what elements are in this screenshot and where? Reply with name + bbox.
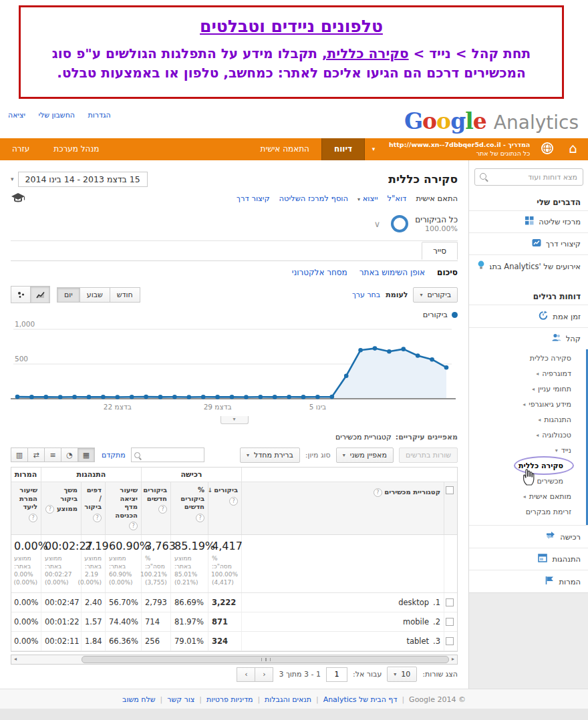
col-goal-conversion[interactable]: שיעור המרת ליעד? xyxy=(11,482,41,534)
nav-dropdown-caret-icon[interactable]: ▾ xyxy=(365,138,382,160)
row-checkbox[interactable] xyxy=(446,598,454,606)
sidebar-item-geo[interactable]: מידע גיאוגרפי◂ xyxy=(473,397,571,412)
account-selector[interactable]: המדריך - http://www.xn--7dbbqer5d.co.il … xyxy=(382,141,537,158)
horizontal-scrollbar[interactable]: ◂ ▸ xyxy=(11,655,458,665)
sidebar-item-conversions[interactable]: המרות xyxy=(469,570,588,592)
sidebar-item-acquisition[interactable]: רכישה xyxy=(469,525,588,548)
col-device-category[interactable]: קטגוריית מכשירים ? xyxy=(241,482,444,534)
sidebar-item-intelligence[interactable]: אירועים של 'Analytics בתבונה' xyxy=(469,254,588,277)
nav-customization[interactable]: התאמה אישית xyxy=(249,138,321,160)
footer-link-terms[interactable]: תנאים והגבלות xyxy=(265,695,311,704)
table-search-input[interactable] xyxy=(143,450,201,460)
add-to-dashboard-button[interactable]: הוסף למרכז השליטה xyxy=(279,194,348,203)
col-avg-duration[interactable]: משך ביקור ממוצע ? xyxy=(41,482,81,534)
help-icon[interactable]: ? xyxy=(374,488,382,497)
education-cap-icon[interactable] xyxy=(11,192,25,205)
settings-link[interactable]: הגדרות xyxy=(88,111,111,120)
sidebar-search[interactable] xyxy=(474,168,583,186)
table-row-desktop[interactable]: .1desktop 3,222 86.69% 2,793 56.70% 2.40… xyxy=(11,593,457,612)
footer-link-feedback[interactable]: שלח משוב xyxy=(122,695,155,704)
sidebar-item-audience-overview[interactable]: סקירה כללית xyxy=(473,351,571,366)
help-icon[interactable]: ? xyxy=(229,497,238,506)
date-range-selector[interactable]: 15 בדצמ 2013 - 14 בינו 2014 ▾ xyxy=(11,172,148,187)
sidebar-item-mobile[interactable]: נייד▾ xyxy=(473,443,571,458)
nav-admin[interactable]: מנהל מערכת xyxy=(41,138,111,160)
subtab-site-usage[interactable]: אופן השימוש באתר xyxy=(359,268,425,277)
metric-selector-dropdown[interactable]: ביקורים▾ xyxy=(413,287,458,303)
scroll-left-arrow-icon[interactable]: ◂ xyxy=(11,655,19,663)
segment-chevron-icon[interactable]: ∨ xyxy=(374,219,381,229)
select-metric-link[interactable]: בחר ערך xyxy=(352,291,380,299)
nav-help[interactable]: עזרה xyxy=(0,138,41,160)
primary-dimension-value[interactable]: קטגוריית מכשירים xyxy=(335,433,392,441)
select-all-checkbox[interactable] xyxy=(446,486,454,494)
col-pct-new-visits[interactable]: % ביקורים חדשים ? xyxy=(170,482,208,534)
granularity-week-button[interactable]: שבוע xyxy=(80,287,110,303)
secondary-dimension-button[interactable]: מאפיין משני▾ xyxy=(336,447,394,463)
sidebar-item-interests[interactable]: תחומי עניין◂ xyxy=(473,381,571,397)
shortcut-button[interactable]: קיצור דרך xyxy=(237,194,270,203)
help-icon[interactable]: ? xyxy=(45,505,54,514)
sidebar-search-input[interactable] xyxy=(475,169,583,185)
sign-out-link[interactable]: יציאה xyxy=(8,111,25,120)
rows-per-page-dropdown[interactable]: 10▾ xyxy=(387,667,417,682)
goto-page-input[interactable] xyxy=(326,667,347,682)
table-search-box[interactable] xyxy=(131,447,204,462)
plot-rows-button[interactable]: שורות בתרשים xyxy=(399,447,458,463)
scroll-right-arrow-icon[interactable]: ▸ xyxy=(449,655,457,663)
sidebar-item-dashboards[interactable]: מרכזי שליטה xyxy=(469,210,588,232)
help-icon[interactable]: ? xyxy=(129,522,138,530)
data-view-button[interactable]: ▦ xyxy=(78,447,95,462)
col-visits[interactable]: ביקורים↓? xyxy=(208,482,241,534)
visits-chart-svg[interactable]: 5001,00022 בדצמ29 בדצמ5 בינו xyxy=(11,321,456,413)
line-chart-button[interactable] xyxy=(31,286,50,303)
sidebar-item-shortcuts[interactable]: קיצורי דרך xyxy=(469,232,588,254)
next-page-button[interactable]: › xyxy=(255,667,273,682)
performance-view-button[interactable]: ≡ xyxy=(45,447,61,462)
footer-link-analytics-home[interactable]: דף הבית של Analytics xyxy=(323,695,398,704)
sidebar-item-audience[interactable]: קהל xyxy=(469,327,588,349)
sidebar-item-custom[interactable]: מותאם אישית◂ xyxy=(473,489,571,504)
export-button[interactable]: ייצוא ▾ xyxy=(357,194,378,203)
help-icon[interactable]: ? xyxy=(196,514,204,522)
granularity-day-button[interactable]: יום xyxy=(57,287,80,303)
table-row-tablet[interactable]: .3tablet 324 79.01% 256 66.36% 1.84 00:0… xyxy=(11,632,457,651)
footer-link-contact[interactable]: צור קשר xyxy=(167,695,194,704)
sidebar-item-realtime[interactable]: זמן אמת xyxy=(469,305,588,327)
scrollbar-thumb[interactable] xyxy=(82,656,449,663)
help-icon[interactable]: ? xyxy=(93,514,102,522)
subtab-summary[interactable]: סיכום xyxy=(437,268,458,277)
percentage-view-button[interactable]: ◔ xyxy=(61,447,78,462)
pivot-view-button[interactable]: ▥ xyxy=(11,447,28,462)
chart-expander-button[interactable]: ▾ xyxy=(220,416,249,424)
sort-type-button[interactable]: ברירת מחדל▾ xyxy=(240,447,300,463)
help-icon[interactable]: ? xyxy=(29,514,37,522)
date-range-value[interactable]: 15 בדצמ 2013 - 14 בינו 2014 xyxy=(18,172,148,187)
granularity-month-button[interactable]: חודש xyxy=(110,287,140,303)
motion-chart-button[interactable] xyxy=(11,286,31,303)
sidebar-item-behavior[interactable]: התנהגות◂ xyxy=(473,412,571,427)
sidebar-item-technology[interactable]: טכנולוגיה◂ xyxy=(473,427,571,443)
col-pages-visit[interactable]: דפים / ביקור? xyxy=(81,482,105,534)
tab-explorer[interactable]: סייר xyxy=(422,242,458,260)
home-icon[interactable]: ⌂ xyxy=(558,138,588,160)
my-account-link[interactable]: החשבון שלי xyxy=(39,111,76,120)
prev-page-button[interactable]: ‹ xyxy=(237,667,255,682)
help-icon[interactable]: ? xyxy=(158,505,167,514)
table-row-mobile[interactable]: .2mobile 871 81.97% 714 74.40% 1.57 00:0… xyxy=(11,612,457,632)
sidebar-item-demographics[interactable]: דמוגרפיה◂ xyxy=(473,366,571,381)
nav-reporting[interactable]: דיווח xyxy=(321,138,365,160)
email-button[interactable]: דוא"ל xyxy=(387,194,406,203)
row-checkbox[interactable] xyxy=(446,637,454,645)
col-bounce-rate[interactable]: שיעור יציאה מדף הכניסה ? xyxy=(105,482,141,534)
comparison-view-button[interactable]: ⇄ xyxy=(28,447,45,462)
subtab-ecommerce[interactable]: מסחר אלקטרוני xyxy=(292,268,347,277)
footer-link-privacy[interactable]: מדיניות פרטיות xyxy=(206,695,253,704)
advanced-search-link[interactable]: מתקדם xyxy=(102,451,126,460)
sidebar-item-mobile-overview[interactable]: סקירה כללית xyxy=(473,458,571,474)
segment-all-visits[interactable]: כל הביקורים 100.00% xyxy=(415,215,458,233)
col-new-visits[interactable]: ביקורים חדשים? xyxy=(141,482,170,534)
row-checkbox[interactable] xyxy=(446,618,454,626)
sidebar-item-visitors-flow[interactable]: זרימת מבקרים xyxy=(473,504,571,520)
sidebar-item-behavior-section[interactable]: התנהגות xyxy=(469,548,588,570)
